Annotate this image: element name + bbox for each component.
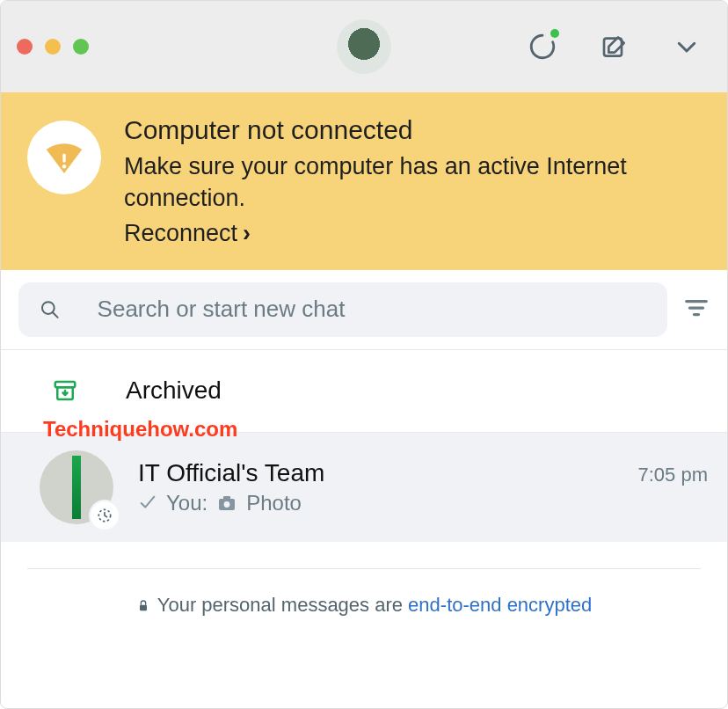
close-window-button[interactable] [17, 39, 33, 55]
header-actions [527, 1, 703, 92]
preview-type: Photo [246, 491, 302, 515]
connection-warning-banner: Computer not connected Make sure your co… [1, 92, 727, 270]
compose-icon [601, 33, 629, 61]
chat-main: IT Official's Team 7:05 pm You: Photo [138, 459, 708, 515]
titlebar [1, 1, 727, 92]
banner-text: Computer not connected Make sure your co… [124, 115, 704, 247]
new-chat-button[interactable] [599, 31, 630, 62]
svg-rect-12 [223, 496, 230, 500]
menu-button[interactable] [671, 31, 703, 62]
svg-rect-14 [140, 605, 147, 611]
banner-body: Make sure your computer has an active In… [124, 150, 704, 215]
avatar-icon [337, 19, 391, 74]
search-row [1, 270, 727, 350]
svg-point-2 [62, 164, 67, 169]
archived-row[interactable]: Archived [1, 350, 727, 433]
camera-icon [216, 493, 237, 514]
archived-label: Archived [126, 376, 222, 405]
chat-preview: You: Photo [138, 491, 708, 515]
minimize-window-button[interactable] [45, 39, 61, 55]
search-input[interactable] [96, 295, 646, 324]
lock-icon [136, 596, 150, 618]
archive-icon [52, 377, 78, 404]
encryption-link[interactable]: end-to-end encrypted [408, 594, 592, 616]
warning-icon-container [27, 121, 101, 194]
wifi-warning-icon [40, 134, 88, 181]
maximize-window-button[interactable] [73, 39, 89, 55]
chat-name: IT Official's Team [138, 459, 324, 487]
reconnect-label: Reconnect [124, 220, 237, 247]
search-icon [40, 298, 61, 321]
status-dot-icon [550, 29, 559, 38]
encryption-text: Your personal messages are [157, 594, 408, 616]
filter-icon [683, 295, 710, 321]
chevron-down-icon [673, 33, 700, 60]
preview-prefix: You: [166, 491, 207, 515]
disappearing-messages-icon [91, 501, 119, 530]
chat-time: 7:05 pm [638, 464, 709, 486]
chat-item[interactable]: Techniquehow.com IT Official's Team 7:05… [1, 433, 727, 542]
chevron-right-icon: › [243, 220, 251, 247]
banner-title: Computer not connected [124, 115, 704, 145]
reconnect-button[interactable]: Reconnect › [124, 220, 704, 247]
chat-avatar [40, 450, 113, 524]
svg-line-4 [53, 312, 58, 318]
search-field[interactable] [18, 282, 667, 337]
filter-button[interactable] [683, 295, 710, 325]
svg-rect-1 [62, 154, 65, 163]
app-window: Computer not connected Make sure your co… [0, 0, 728, 709]
encryption-notice: Your personal messages are end-to-end en… [27, 568, 701, 618]
window-controls [17, 39, 89, 55]
status-button[interactable] [527, 31, 558, 62]
check-icon [138, 493, 157, 513]
svg-point-13 [224, 501, 230, 508]
profile-avatar[interactable] [337, 19, 391, 74]
